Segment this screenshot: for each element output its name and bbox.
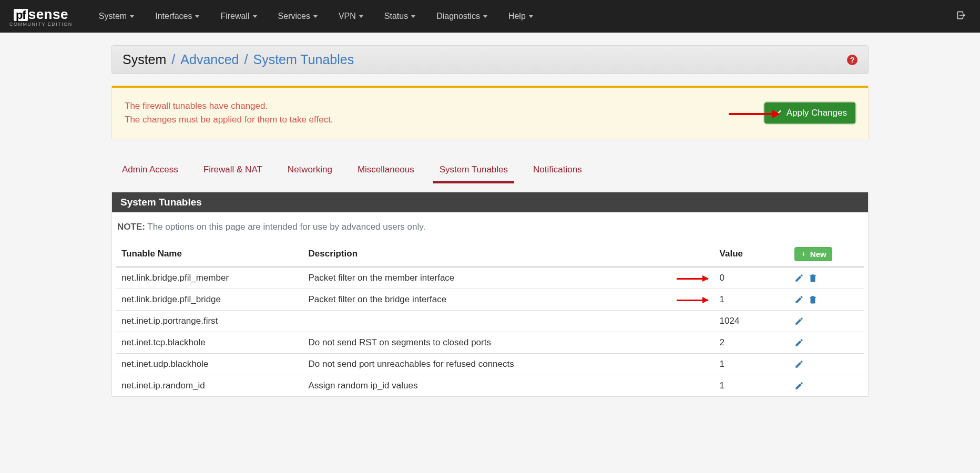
caret-down-icon [359, 15, 363, 18]
caret-down-icon [483, 15, 487, 18]
nav-help-label: Help [508, 12, 526, 21]
caret-down-icon [411, 15, 415, 18]
tab-miscellaneous[interactable]: Miscellaneous [358, 161, 414, 182]
tunable-value: 1 [714, 289, 789, 310]
edit-button[interactable] [794, 359, 804, 369]
tunable-value: 0 [714, 267, 789, 289]
tab-networking[interactable]: Networking [288, 161, 332, 182]
nav-help[interactable]: Help [499, 7, 543, 25]
trash-icon [808, 273, 818, 283]
panel-title: System Tunables [112, 192, 868, 212]
breadcrumb-advanced[interactable]: Advanced [180, 52, 239, 67]
tunable-description: Packet filter on the member interface [303, 267, 714, 289]
panel-note: NOTE: The options on this page are inten… [116, 220, 864, 242]
breadcrumb: System / Advanced / System Tunables [122, 52, 847, 67]
col-actions: New [789, 242, 864, 267]
nav-services-label: Services [278, 12, 310, 21]
pencil-icon [794, 295, 804, 304]
logout-button[interactable] [952, 6, 971, 27]
tunable-description: Do not send port unreachables for refuse… [303, 353, 714, 375]
pencil-icon [794, 316, 804, 326]
row-actions [789, 267, 864, 289]
plus-icon [800, 251, 807, 258]
delete-button[interactable] [808, 295, 818, 304]
nav-vpn-label: VPN [339, 12, 356, 21]
tab-notifications[interactable]: Notifications [533, 161, 582, 182]
tunable-name: net.inet.ip.random_id [116, 375, 303, 396]
nav-status[interactable]: Status [375, 7, 425, 25]
tunable-name: net.inet.ip.portrange.first [116, 310, 303, 332]
tunable-description: Packet filter on the bridge interface [303, 289, 714, 310]
table-row: net.link.bridge.pfil_bridgePacket filter… [116, 289, 864, 310]
edit-button[interactable] [794, 273, 804, 283]
breadcrumb-panel: System / Advanced / System Tunables ? [111, 45, 869, 74]
alert-text: The firewall tunables have changed. The … [125, 99, 764, 127]
brand-subtitle: COMMUNITY EDITION [9, 22, 73, 27]
edit-button[interactable] [794, 381, 804, 390]
table-row: net.inet.ip.random_idAssign random ip_id… [116, 375, 864, 396]
nav-diagnostics[interactable]: Diagnostics [427, 7, 497, 25]
nav-vpn[interactable]: VPN [329, 7, 373, 25]
pending-changes-alert: The firewall tunables have changed. The … [111, 86, 869, 139]
tunables-panel: System Tunables NOTE: The options on thi… [111, 192, 869, 397]
row-actions [789, 375, 864, 396]
nav-diagnostics-label: Diagnostics [436, 12, 480, 21]
table-row: net.inet.udp.blackholeDo not send port u… [116, 353, 864, 375]
breadcrumb-sep: / [244, 52, 248, 67]
annotation-arrow [677, 300, 708, 301]
annotation-arrow [729, 113, 779, 115]
trash-icon [808, 295, 818, 304]
alert-line1: The firewall tunables have changed. [125, 99, 764, 113]
nav-firewall-label: Firewall [220, 12, 249, 21]
edit-button[interactable] [794, 316, 804, 326]
nav-services[interactable]: Services [269, 7, 327, 25]
new-button-label: New [810, 250, 826, 259]
tunable-name: net.inet.udp.blackhole [116, 353, 303, 375]
tunable-description [303, 310, 714, 332]
tunable-description: Assign random ip_id values [303, 375, 714, 396]
row-actions [789, 332, 864, 353]
note-label: NOTE: [117, 222, 145, 232]
row-actions [789, 310, 864, 332]
caret-down-icon [313, 15, 318, 18]
pencil-icon [794, 273, 804, 283]
tunables-table: Tunable Name Description Value New net.l… [116, 242, 864, 396]
pencil-icon [794, 381, 804, 390]
nav-firewall[interactable]: Firewall [211, 7, 266, 25]
tab-system-tunables[interactable]: System Tunables [440, 161, 508, 182]
new-tunable-button[interactable]: New [794, 247, 832, 261]
nav-menu: System Interfaces Firewall Services VPN … [89, 7, 952, 25]
table-row: net.inet.tcp.blackholeDo not send RST on… [116, 332, 864, 353]
pencil-icon [794, 359, 804, 369]
delete-button[interactable] [808, 273, 818, 283]
edit-button[interactable] [794, 295, 804, 304]
col-description: Description [303, 242, 714, 267]
tunable-value: 1024 [714, 310, 789, 332]
apply-changes-label: Apply Changes [787, 108, 847, 118]
nav-system[interactable]: System [89, 7, 144, 25]
col-tunable-name: Tunable Name [116, 242, 303, 267]
nav-interfaces[interactable]: Interfaces [146, 7, 209, 25]
tab-admin-access[interactable]: Admin Access [122, 161, 178, 182]
table-row: net.inet.ip.portrange.first1024 [116, 310, 864, 332]
col-value: Value [714, 242, 789, 267]
caret-down-icon [529, 15, 533, 18]
note-text: The options on this page are intended fo… [145, 222, 425, 232]
annotation-arrow [677, 278, 708, 280]
tunable-value: 1 [714, 375, 789, 396]
tunable-name: net.inet.tcp.blackhole [116, 332, 303, 353]
tab-firewall-nat[interactable]: Firewall & NAT [203, 161, 262, 182]
breadcrumb-leaf[interactable]: System Tunables [253, 52, 354, 67]
breadcrumb-root: System [122, 52, 166, 67]
edit-button[interactable] [794, 338, 804, 347]
row-actions [789, 289, 864, 310]
tunable-name: net.link.bridge.pfil_member [116, 267, 303, 289]
brand-logo[interactable]: pf sense COMMUNITY EDITION [9, 6, 73, 27]
alert-line2: The changes must be applied for them to … [125, 113, 764, 127]
brand-pf: pf [14, 9, 28, 21]
logout-icon [956, 10, 966, 20]
help-icon[interactable]: ? [847, 55, 858, 65]
breadcrumb-sep: / [171, 52, 175, 67]
sub-tabs: Admin Access Firewall & NAT Networking M… [122, 161, 869, 182]
pencil-icon [794, 338, 804, 347]
